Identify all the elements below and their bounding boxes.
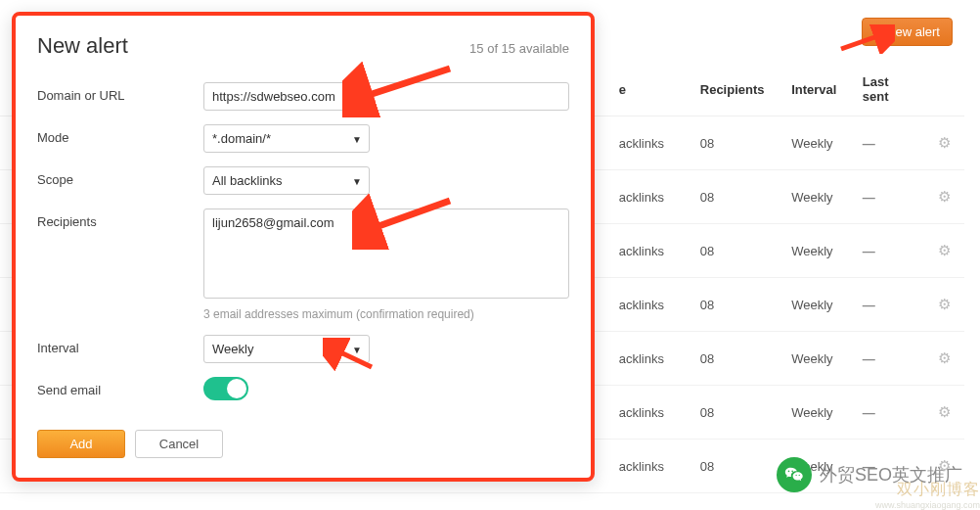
cell-recipients: 08 [690,332,781,386]
col-recipients: Recipients [690,63,781,116]
add-button[interactable]: Add [37,430,125,458]
recipients-hint: 3 email addresses maximum (confirmation … [203,307,569,321]
cell-recipients: 08 [690,116,781,170]
modal-title: New alert [37,33,128,59]
blog-watermark: 双小刚博客 www.shuangxiaogang.com [875,480,980,510]
cell-scope: acklinks [609,332,690,386]
cell-last-sent: — [863,298,875,312]
gear-icon[interactable]: ⚙ [938,188,951,205]
domain-input[interactable] [203,82,569,111]
cell-last-sent: — [863,405,875,420]
cell-interval: Weekly [781,170,853,224]
wechat-icon [777,457,812,492]
send-email-toggle[interactable] [203,377,248,400]
cell-scope: acklinks [609,278,690,332]
cell-interval: Weekly [781,386,853,440]
cell-last-sent: — [863,351,875,366]
new-alert-button-label: New alert [886,24,940,39]
gear-icon[interactable]: ⚙ [938,403,951,420]
cell-recipients: 08 [690,170,781,224]
cell-recipients: 08 [690,440,781,493]
gear-icon[interactable]: ⚙ [938,349,951,366]
toggle-knob [227,379,246,398]
interval-label: Interval [37,335,203,355]
cell-scope: acklinks [609,170,690,224]
scope-label: Scope [37,166,203,187]
cancel-button[interactable]: Cancel [135,430,223,458]
cell-interval: Weekly [781,332,853,386]
cell-scope: acklinks [609,224,690,278]
cell-interval: Weekly [781,278,853,332]
recipients-textarea[interactable] [203,209,569,299]
cell-recipients: 08 [690,278,781,332]
col-interval: Interval [781,63,853,116]
new-alert-modal: New alert 15 of 15 available Domain or U… [12,12,595,482]
cell-last-sent: — [863,244,875,258]
col-scope: e [609,63,690,116]
gear-icon[interactable]: ⚙ [938,242,951,258]
cell-recipients: 08 [690,224,781,278]
gear-icon[interactable]: ⚙ [938,134,951,151]
cell-scope: acklinks [609,386,690,440]
domain-label: Domain or URL [37,82,203,103]
modal-subtitle: 15 of 15 available [469,41,569,56]
cell-scope: acklinks [609,440,690,493]
mode-select[interactable]: *.domain/* [203,124,370,153]
col-last-sent: Last sent [853,63,924,116]
plus-icon: + [874,24,882,39]
cell-last-sent: — [863,190,875,205]
interval-select[interactable]: Weekly [203,335,370,363]
cell-scope: acklinks [609,116,690,170]
recipients-label: Recipients [37,209,203,229]
cell-recipients: 08 [690,386,781,440]
gear-icon[interactable]: ⚙ [938,296,951,312]
cell-interval: Weekly [781,116,853,170]
send-email-label: Send email [37,377,203,397]
cell-last-sent: — [863,136,875,151]
scope-select[interactable]: All backlinks [203,166,370,195]
new-alert-button[interactable]: + New alert [862,18,953,46]
mode-label: Mode [37,124,203,145]
cell-interval: Weekly [781,224,853,278]
